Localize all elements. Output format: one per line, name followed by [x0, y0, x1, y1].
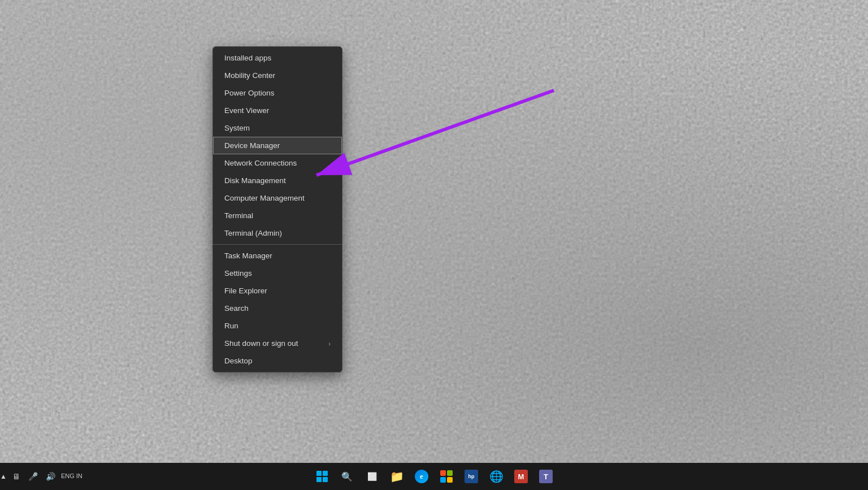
menu-item-label-event-viewer: Event Viewer: [224, 106, 269, 115]
tray-microphone-icon[interactable]: 🎤: [26, 471, 40, 482]
menu-item-disk-management[interactable]: Disk Management: [213, 172, 342, 189]
desktop: Installed appsMobility CenterPower Optio…: [0, 0, 868, 490]
taskbar-store-button[interactable]: [435, 465, 458, 488]
start-button[interactable]: [311, 465, 333, 488]
menu-item-label-system: System: [224, 124, 250, 132]
taskbar-center: 🔍 ⬜ 📁 e: [311, 465, 557, 488]
menu-item-label-run: Run: [224, 322, 238, 330]
taskbar-edge-button[interactable]: e: [410, 465, 433, 488]
menu-item-label-file-explorer: File Explorer: [224, 287, 267, 295]
svg-line-1: [316, 90, 554, 175]
menu-item-label-power-options: Power Options: [224, 89, 275, 97]
menu-item-installed-apps[interactable]: Installed apps: [213, 49, 342, 67]
windows-logo: [316, 471, 328, 482]
taskbar: 🔍 ⬜ 📁 e: [0, 463, 868, 490]
taskbar-teams-button[interactable]: T: [535, 465, 557, 488]
menu-item-label-installed-apps: Installed apps: [224, 54, 271, 62]
taskbar-search-button[interactable]: 🔍: [336, 465, 358, 488]
menu-item-label-shut-down: Shut down or sign out: [224, 339, 298, 348]
win-logo-q2: [323, 471, 328, 476]
menu-item-label-disk-management: Disk Management: [224, 176, 286, 185]
menu-item-shut-down[interactable]: Shut down or sign out›: [213, 335, 342, 352]
menu-separator-after-terminal-admin: [213, 244, 342, 245]
win-logo-q3: [316, 477, 322, 482]
win-logo-q1: [316, 471, 322, 476]
tray-volume-icon[interactable]: 🔊: [44, 471, 58, 482]
menu-item-label-task-manager: Task Manager: [224, 251, 272, 260]
taskbar-ie-button[interactable]: 🌐: [485, 465, 507, 488]
menu-item-terminal-admin[interactable]: Terminal (Admin): [213, 224, 342, 242]
menu-item-event-viewer[interactable]: Event Viewer: [213, 102, 342, 119]
menu-item-arrow-shut-down: ›: [328, 340, 331, 347]
taskbar-mcafee-button[interactable]: M: [510, 465, 532, 488]
menu-item-label-settings: Settings: [224, 269, 252, 277]
menu-item-label-search: Search: [224, 304, 249, 313]
menu-item-label-computer-management: Computer Management: [224, 194, 305, 202]
menu-item-computer-management[interactable]: Computer Management: [213, 189, 342, 207]
menu-item-label-mobility-center: Mobility Center: [224, 71, 275, 80]
menu-item-label-terminal: Terminal: [224, 211, 253, 220]
menu-item-system[interactable]: System: [213, 119, 342, 137]
menu-item-label-network-connections: Network Connections: [224, 159, 297, 167]
taskbar-taskview-button[interactable]: ⬜: [361, 465, 383, 488]
menu-item-desktop[interactable]: Desktop: [213, 352, 342, 370]
menu-item-run[interactable]: Run: [213, 317, 342, 335]
menu-item-mobility-center[interactable]: Mobility Center: [213, 67, 342, 84]
menu-item-label-terminal-admin: Terminal (Admin): [224, 229, 282, 237]
tray-network-icon[interactable]: 🖥: [10, 471, 23, 482]
context-menu: Installed appsMobility CenterPower Optio…: [212, 46, 342, 372]
menu-item-file-explorer[interactable]: File Explorer: [213, 282, 342, 300]
menu-item-search[interactable]: Search: [213, 300, 342, 317]
menu-item-terminal[interactable]: Terminal: [213, 207, 342, 224]
menu-item-power-options[interactable]: Power Options: [213, 84, 342, 102]
win-logo-q4: [323, 477, 328, 482]
taskbar-explorer-button[interactable]: 📁: [385, 465, 408, 488]
menu-item-label-device-manager: Device Manager: [224, 141, 280, 150]
menu-item-device-manager[interactable]: Device Manager: [213, 137, 342, 154]
menu-item-task-manager[interactable]: Task Manager: [213, 247, 342, 264]
taskbar-hp-button[interactable]: hp: [460, 465, 483, 488]
menu-item-network-connections[interactable]: Network Connections: [213, 154, 342, 172]
taskbar-tray: ▲ 🖥 🎤 🔊 ENG IN: [0, 471, 88, 482]
menu-item-settings[interactable]: Settings: [213, 264, 342, 282]
menu-item-label-desktop: Desktop: [224, 357, 253, 365]
tray-language-indicator[interactable]: ENG IN: [61, 472, 83, 480]
tray-overflow-button[interactable]: ▲: [0, 472, 7, 480]
